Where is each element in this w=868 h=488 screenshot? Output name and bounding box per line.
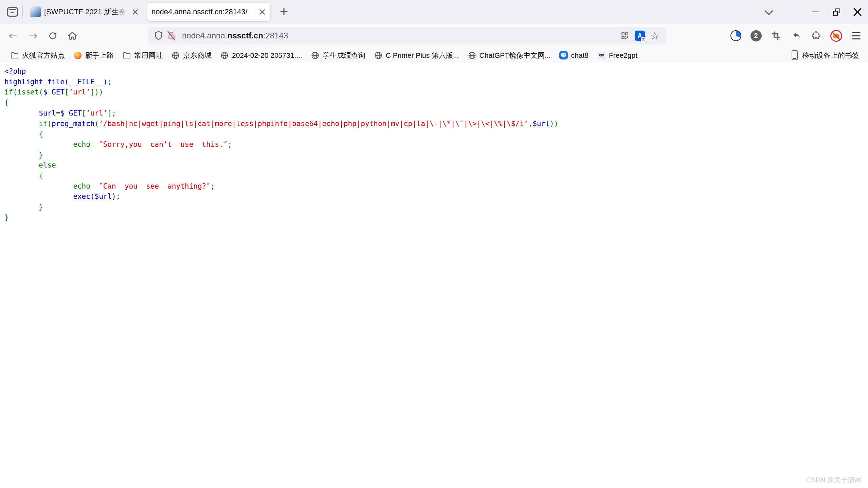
app-menu-button[interactable] [848,28,864,43]
bookmark-label: 2024-02-20 205731.... [232,51,302,59]
bookmark-label: 学生成绩查询 [323,51,365,60]
tab-favicon-avatar [30,6,41,17]
bookmark-item[interactable]: 火狐官方站点 [7,49,68,62]
folder-icon [10,51,19,60]
address-bar[interactable]: node4.anna.nssctf.cn:28143 ☆ [148,27,666,45]
code-line: echo ″Sorry,you can’t use this.″; [4,139,868,150]
undo-extension-button[interactable] [788,28,804,43]
window-controls: × [805,0,868,24]
chat8-icon [559,51,568,60]
tab-title: [SWPUCTF 2021 新生赛]finalr [44,7,128,17]
firefox-view-button[interactable] [5,4,20,20]
puzzle-piece-icon [811,31,821,40]
bookmark-item[interactable]: Free2gpt [594,49,641,62]
star-icon: ☆ [650,29,660,42]
code-line: { [4,98,868,108]
bookmark-item[interactable]: 学生成绩查询 [307,49,369,62]
robot-icon [597,51,606,60]
tab-separator [22,5,23,18]
home-button[interactable] [65,28,80,43]
bookmark-star-button[interactable]: ☆ [647,28,662,43]
bookmark-label: 常用网址 [134,51,163,60]
code-line: $url=$_GET[’url’]; [4,108,868,119]
code-line: <?php [4,66,868,77]
url-subdomain: node4.anna. [182,31,227,40]
back-button[interactable]: ← [5,28,21,43]
code-line: exec($url); [4,191,868,202]
tab-swpuctf[interactable]: [SWPUCTF 2021 新生赛]finalr × [26,3,143,21]
badge-count-icon: 2 [751,30,762,41]
tab-close-icon[interactable]: × [258,7,266,17]
globe-icon [311,51,320,60]
firefox-icon [73,51,82,60]
bookmark-label: 火狐官方站点 [22,51,65,60]
minimize-button[interactable] [805,0,826,24]
hamburger-menu-icon [852,32,861,39]
csdn-watermark: CSDN @关于清词 [806,475,861,485]
close-window-button[interactable]: × [847,0,868,24]
pie-extension-button[interactable] [728,28,744,43]
new-tab-button[interactable]: + [276,4,292,20]
bookmark-item[interactable]: 常用网址 [119,49,166,62]
blocked-fox-icon [830,30,842,42]
screenshot-crop-button[interactable] [768,28,784,43]
home-icon [68,31,77,40]
mobile-phone-icon [792,50,798,60]
translate-button[interactable] [632,28,647,43]
bookmark-label: C Primer Plus 第六版... [386,51,459,60]
bookmark-label: 移动设备上的书签 [802,51,859,60]
bookmark-label: 京东商城 [183,51,212,60]
badge-extension-button[interactable]: 2 [748,28,764,43]
translate-icon [635,31,645,41]
globe-icon [220,51,229,60]
bookmark-label: Free2gpt [609,51,637,59]
restore-button[interactable] [826,0,847,24]
bookmarks-list: 火狐官方站点新手上路常用网址京东商城2024-02-20 205731....学… [7,49,643,62]
close-icon: × [851,5,863,19]
code-line: else [4,160,868,171]
code-line: { [4,171,868,181]
reload-icon [48,31,57,40]
folder-icon [122,51,131,60]
forward-icon: → [29,29,38,42]
tab-active-nssctf[interactable]: node4.anna.nssctf.cn:28143/ × [147,3,270,21]
bookmark-item[interactable]: 京东商城 [168,49,215,62]
undo-arrow-icon [791,31,801,40]
chevron-down-icon [764,6,773,15]
page-content: <?phphighlight_file(__FILE__);if(isset($… [0,63,868,488]
browser-window: [SWPUCTF 2021 新生赛]finalr × node4.anna.ns… [0,0,868,488]
code-line: } [4,212,868,223]
minimize-icon [812,12,819,13]
code-line: } [4,202,868,212]
php-source-code: <?phphighlight_file(__FILE__);if(isset($… [0,63,868,223]
list-all-tabs-button[interactable] [761,4,777,20]
extensions-button[interactable] [808,28,824,43]
tab-title: node4.anna.nssctf.cn:28143/ [151,7,255,16]
qr-code-button[interactable] [617,28,632,43]
bookmark-item[interactable]: 2024-02-20 205731.... [217,49,306,62]
qr-code-icon [620,31,629,40]
reload-button[interactable] [45,28,60,43]
tab-close-icon[interactable]: × [131,7,139,17]
url-text: node4.anna.nssctf.cn:28143 [182,31,288,40]
bookmark-item[interactable]: chat8 [556,49,592,62]
globe-icon [374,51,383,60]
globe-icon [468,51,476,60]
navigation-toolbar: ← → node4.anna.nssctf.cn:28143 ☆ [0,24,868,48]
bookmark-label: ChatGPT镜像中文网... [480,51,551,60]
mobile-bookmarks-folder[interactable]: 移动设备上的书签 [787,49,863,62]
forward-button[interactable]: → [25,28,41,43]
bookmark-item[interactable]: C Primer Plus 第六版... [370,49,463,62]
bookmark-item[interactable]: 新手上路 [70,49,117,62]
tracking-shield-icon[interactable] [154,31,163,40]
insecure-lock-icon[interactable] [167,31,176,40]
code-line: { [4,129,868,139]
code-line: echo ″Can you see anything?″; [4,181,868,192]
pie-chart-icon [730,30,741,41]
restore-icon [833,8,840,16]
blocked-extension-button[interactable] [828,28,844,43]
bookmark-item[interactable]: ChatGPT镜像中文网... [464,49,554,62]
bookmarks-toolbar: 火狐官方站点新手上路常用网址京东商城2024-02-20 205731....学… [0,48,868,63]
code-line: if(preg_match(’/bash|nc|wget|ping|ls|cat… [4,119,868,129]
url-domain: nssctf.cn [227,31,263,40]
